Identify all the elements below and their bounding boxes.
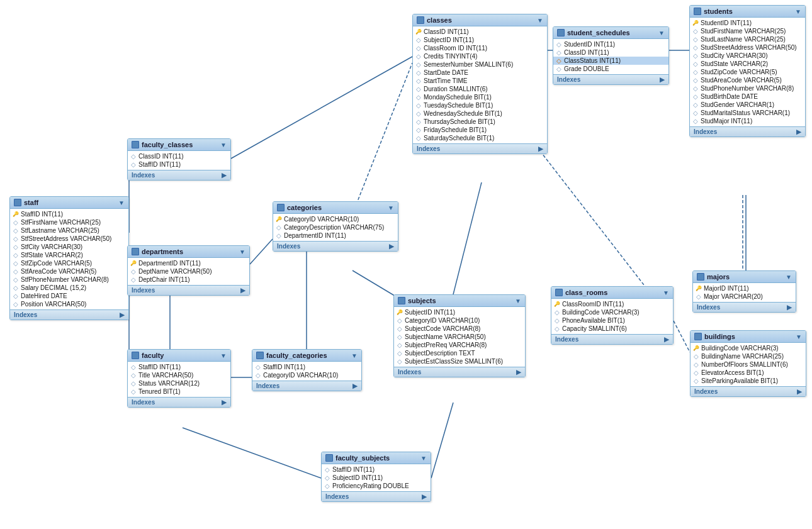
table-indexes-students[interactable]: Indexes▶	[690, 126, 805, 136]
indexes-arrow[interactable]: ▶	[538, 145, 543, 152]
table-row[interactable]: 🔑ClassRoomID INT(11)	[551, 300, 673, 308]
indexes-arrow[interactable]: ▶	[389, 243, 394, 250]
table-row[interactable]: ◇WednesdaySchedule BIT(1)	[413, 109, 547, 118]
table-indexes-student_schedules[interactable]: Indexes▶	[553, 74, 668, 84]
table-row[interactable]: ◇StfFirstName VARCHAR(25)	[10, 218, 128, 226]
table-row[interactable]: ◇CategoryDescription VARCHAR(75)	[273, 223, 398, 231]
table-arrow-subjects[interactable]: ▼	[515, 298, 521, 304]
table-row[interactable]: ◇DeptName VARCHAR(50)	[128, 267, 249, 276]
indexes-arrow[interactable]: ▶	[352, 382, 358, 389]
table-header-students[interactable]: students▼	[690, 6, 805, 18]
table-header-subjects[interactable]: subjects▼	[394, 295, 525, 307]
table-row[interactable]: ◇FridaySchedule BIT(1)	[413, 126, 547, 134]
table-row[interactable]: ◇MondaySchedule BIT(1)	[413, 93, 547, 101]
table-header-majors[interactable]: majors▼	[693, 271, 796, 283]
table-row[interactable]: ◇Tenured BIT(1)	[128, 387, 230, 396]
table-row[interactable]: ◇SemesterNumber SMALLINT(6)	[413, 60, 547, 69]
table-row[interactable]: ◇StaffID INT(11)	[252, 363, 361, 371]
table-header-student_schedules[interactable]: student_schedules▼	[553, 27, 668, 39]
table-row[interactable]: ◇Status VARCHAR(12)	[128, 379, 230, 387]
table-row[interactable]: ◇StudAreaCode VARCHAR(5)	[690, 76, 805, 84]
table-row[interactable]: ◇ClassRoom ID INT(11)	[413, 44, 547, 52]
indexes-arrow[interactable]: ▶	[222, 172, 227, 179]
table-indexes-faculty_classes[interactable]: Indexes▶	[128, 170, 230, 180]
indexes-arrow[interactable]: ▶	[222, 399, 227, 406]
table-row[interactable]: ◇StartDate DATE	[413, 69, 547, 77]
table-arrow-staff[interactable]: ▼	[118, 199, 125, 206]
table-row[interactable]: ◇DepartmentID INT(11)	[273, 231, 398, 240]
table-row[interactable]: ◇ProficiencyRating DOUBLE	[322, 482, 431, 490]
table-arrow-departments[interactable]: ▼	[239, 248, 245, 255]
table-row[interactable]: ◇Salary DECIMAL (15,2)	[10, 284, 128, 292]
table-arrow-categories[interactable]: ▼	[388, 204, 394, 211]
table-indexes-subjects[interactable]: Indexes▶	[394, 367, 525, 377]
table-row[interactable]: ◇SubjectID INT(11)	[322, 474, 431, 482]
table-indexes-faculty[interactable]: Indexes▶	[128, 397, 230, 407]
table-indexes-faculty_categories[interactable]: Indexes▶	[252, 381, 361, 391]
table-row[interactable]: ◇ThursdaySchedule BIT(1)	[413, 118, 547, 126]
table-row[interactable]: ◇CategoryID VARCHAR(10)	[394, 316, 525, 325]
table-row[interactable]: ◇ElevatorAccess BIT(1)	[691, 369, 806, 377]
indexes-arrow[interactable]: ▶	[240, 287, 245, 294]
table-row[interactable]: ◇StudZipCode VARCHAR(5)	[690, 68, 805, 76]
table-row[interactable]: ◇StaffID INT(11)	[128, 160, 230, 169]
table-indexes-classes[interactable]: Indexes▶	[413, 143, 547, 153]
table-row[interactable]: 🔑SubjectID INT(11)	[394, 308, 525, 316]
table-header-departments[interactable]: departments▼	[128, 246, 249, 258]
table-row[interactable]: ◇StfZipCode VARCHAR(5)	[10, 259, 128, 267]
table-arrow-faculty_subjects[interactable]: ▼	[420, 455, 427, 462]
table-header-categories[interactable]: categories▼	[273, 202, 398, 214]
table-row[interactable]: ◇NumberOfFloors SMALLINT(6)	[691, 360, 806, 369]
table-row[interactable]: ◇SiteParkingAvailable BIT(1)	[691, 377, 806, 385]
table-row[interactable]: 🔑BuildingCode VARCHAR(3)	[691, 344, 806, 352]
table-row[interactable]: ◇SubjectCode VARCHAR(8)	[394, 325, 525, 333]
table-arrow-classes[interactable]: ▼	[537, 17, 543, 24]
indexes-arrow[interactable]: ▶	[660, 76, 665, 83]
table-row[interactable]: ◇StudMajor INT(11)	[690, 117, 805, 125]
table-row[interactable]: ◇StudCity VARCHAR(30)	[690, 52, 805, 60]
table-header-faculty_subjects[interactable]: faculty_subjects▼	[322, 452, 431, 464]
table-arrow-faculty_categories[interactable]: ▼	[351, 352, 358, 359]
table-row[interactable]: ◇StudFirstName VARCHAR(25)	[690, 27, 805, 35]
indexes-arrow[interactable]: ▶	[516, 369, 521, 376]
table-row[interactable]: ◇StudGender VARCHAR(1)	[690, 101, 805, 109]
table-row[interactable]: ◇BuildingCode VARCHAR(3)	[551, 308, 673, 316]
indexes-arrow[interactable]: ▶	[120, 311, 125, 318]
indexes-arrow[interactable]: ▶	[422, 493, 427, 500]
indexes-arrow[interactable]: ▶	[796, 128, 801, 135]
table-indexes-categories[interactable]: Indexes▶	[273, 241, 398, 251]
table-row[interactable]: ◇SubjectName VARCHAR(50)	[394, 333, 525, 341]
indexes-arrow[interactable]: ▶	[797, 388, 802, 395]
table-row[interactable]: ◇ClassID INT(11)	[553, 48, 668, 57]
table-row[interactable]: ◇SubjectEstClassSize SMALLINT(6)	[394, 357, 525, 365]
table-arrow-student_schedules[interactable]: ▼	[658, 30, 665, 36]
table-row[interactable]: ◇DateHired DATE	[10, 292, 128, 300]
table-row[interactable]: ◇BuildingName VARCHAR(25)	[691, 352, 806, 360]
table-row[interactable]: ◇Position VARCHAR(50)	[10, 300, 128, 308]
table-header-faculty_classes[interactable]: faculty_classes▼	[128, 139, 230, 151]
table-row[interactable]: ◇StartTime TIME	[413, 77, 547, 85]
table-row[interactable]: ◇StudStreetAddress VARCHAR(50)	[690, 43, 805, 52]
table-indexes-class_rooms[interactable]: Indexes▶	[551, 334, 673, 344]
table-row[interactable]: ◇Grade DOUBLE	[553, 65, 668, 73]
table-row[interactable]: 🔑ClassID INT(11)	[413, 28, 547, 36]
indexes-arrow[interactable]: ▶	[787, 304, 792, 311]
table-row[interactable]: 🔑MajorID INT(11)	[693, 284, 796, 292]
table-row[interactable]: ◇StfState VARCHAR(2)	[10, 251, 128, 259]
table-row[interactable]: ◇SubjectDescription TEXT	[394, 349, 525, 357]
table-row[interactable]: 🔑StudentID INT(11)	[690, 19, 805, 27]
table-row[interactable]: ◇CategoryID VARCHAR(10)	[252, 371, 361, 379]
table-row[interactable]: ◇StfCity VARCHAR(30)	[10, 243, 128, 251]
table-arrow-faculty_classes[interactable]: ▼	[220, 142, 227, 148]
table-row[interactable]: ◇StudState VARCHAR(2)	[690, 60, 805, 68]
table-row[interactable]: ◇SaturdaySchedule BIT(1)	[413, 134, 547, 142]
table-row[interactable]: ◇StfStreetAddress VARCHAR(50)	[10, 235, 128, 243]
table-indexes-faculty_subjects[interactable]: Indexes▶	[322, 491, 431, 501]
table-indexes-departments[interactable]: Indexes▶	[128, 285, 249, 295]
table-row[interactable]: 🔑StaffID INT(11)	[10, 210, 128, 218]
table-row[interactable]: ◇DeptChair INT(11)	[128, 276, 249, 284]
table-row[interactable]: ◇Major VARCHAR(20)	[693, 292, 796, 301]
table-arrow-majors[interactable]: ▼	[786, 274, 792, 281]
table-arrow-class_rooms[interactable]: ▼	[663, 289, 669, 296]
table-row[interactable]: ◇StfLastname VARCHAR(25)	[10, 226, 128, 235]
